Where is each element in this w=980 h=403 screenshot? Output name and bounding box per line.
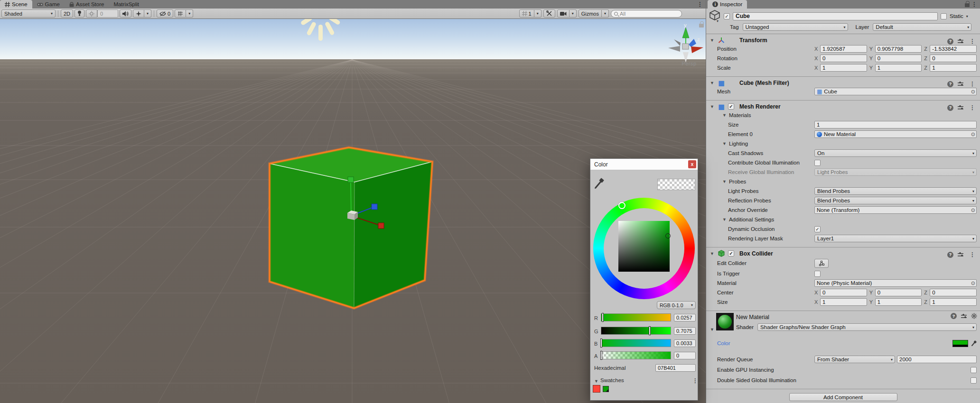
tab-matrixsplit[interactable]: MatrixSplit bbox=[109, 0, 144, 9]
cast-shadows-dropdown[interactable]: On▾ bbox=[814, 149, 977, 157]
center-z-field[interactable]: 0 bbox=[930, 289, 977, 296]
preset-icon[interactable] bbox=[961, 314, 967, 319]
camera-dropdown[interactable]: ▾ bbox=[569, 9, 577, 18]
gizmos-button[interactable]: Gizmos bbox=[579, 9, 602, 18]
render-queue-dropdown[interactable]: From Shader ▾ bbox=[814, 356, 895, 363]
grid-visibility-button[interactable] bbox=[175, 9, 186, 18]
rotation-y-field[interactable]: 0 bbox=[875, 55, 922, 62]
kebab-menu-icon[interactable]: ⋮ bbox=[968, 37, 977, 46]
2d-toggle-button[interactable]: 2D bbox=[61, 9, 73, 18]
mesh-renderer-enabled-checkbox[interactable]: ✓ bbox=[728, 103, 734, 110]
help-icon[interactable]: ? bbox=[947, 105, 953, 111]
saturation-value-marker[interactable] bbox=[665, 233, 671, 238]
mesh-object-field[interactable]: ▦ Cube ⊙ bbox=[814, 88, 977, 95]
object-picker-icon[interactable]: ⊙ bbox=[971, 280, 975, 286]
color-mode-dropdown[interactable]: RGB 0-1.0 ▾ bbox=[657, 301, 696, 309]
scene-search-input[interactable]: All bbox=[611, 10, 682, 18]
preset-icon[interactable] bbox=[958, 39, 963, 44]
inspector-lock-icon[interactable] bbox=[965, 1, 970, 7]
box-collider-header[interactable]: ▼ ✓ Box Collider ?⋮ bbox=[706, 248, 980, 258]
collider-size-x-field[interactable]: 1 bbox=[820, 298, 867, 306]
render-queue-field[interactable]: 2000 bbox=[897, 356, 977, 363]
swatches-menu-icon[interactable]: ⋮ bbox=[691, 376, 700, 385]
dynamic-occlusion-checkbox[interactable]: ✓ bbox=[814, 226, 821, 232]
b-slider[interactable] bbox=[601, 339, 671, 347]
mesh-renderer-header[interactable]: ▼ ▦ ✓ Mesh Renderer ?⋮ bbox=[706, 101, 980, 111]
dialog-titlebar[interactable]: Color x bbox=[590, 159, 698, 170]
tag-dropdown[interactable]: Untagged ▾ bbox=[743, 23, 848, 31]
probes-foldout[interactable]: ▼ Probes bbox=[706, 178, 980, 185]
edit-collider-button[interactable] bbox=[814, 259, 829, 268]
grid-dropdown-button[interactable]: ▾ bbox=[186, 9, 193, 18]
physic-material-field[interactable]: None (Physic Material)⊙ bbox=[814, 279, 977, 287]
mesh-filter-header[interactable]: ▼ ▦ Cube (Mesh Filter) ?⋮ bbox=[706, 78, 980, 88]
box-collider-enabled-checkbox[interactable]: ✓ bbox=[728, 250, 734, 256]
g-value-field[interactable]: 0.7075 bbox=[674, 327, 696, 335]
collider-size-y-field[interactable]: 1 bbox=[875, 298, 922, 306]
object-picker-icon[interactable]: ⊙ bbox=[971, 89, 975, 95]
active-checkbox[interactable]: ✓ bbox=[724, 13, 730, 19]
position-y-field[interactable]: 0.9057798 bbox=[875, 45, 922, 53]
saturation-value-box[interactable] bbox=[618, 221, 670, 272]
help-icon[interactable]: ? bbox=[947, 81, 953, 87]
kebab-menu-icon[interactable]: ⋮ bbox=[968, 250, 977, 259]
hex-input[interactable]: 07B401 bbox=[655, 364, 696, 372]
center-y-field[interactable]: 0 bbox=[875, 289, 922, 296]
center-x-field[interactable]: 0 bbox=[820, 289, 867, 296]
kebab-menu-icon[interactable]: ⋮ bbox=[968, 103, 977, 112]
tab-asset-store[interactable]: Asset Store bbox=[65, 0, 109, 9]
transform-header[interactable]: ▼ Transform ? ⋮ bbox=[706, 35, 980, 45]
foldout-icon[interactable]: ▼ bbox=[710, 38, 714, 43]
hue-marker[interactable] bbox=[618, 202, 625, 209]
a-slider-handle[interactable] bbox=[600, 351, 602, 360]
rotation-x-field[interactable]: 0 bbox=[820, 55, 867, 62]
tab-game[interactable]: Game bbox=[32, 0, 65, 9]
scene-panel-menu-icon[interactable]: ⋮ bbox=[695, 0, 705, 9]
rotation-z-field[interactable]: 0 bbox=[930, 55, 977, 62]
scale-z-field[interactable]: 1 bbox=[930, 64, 977, 72]
help-icon[interactable]: ? bbox=[947, 252, 953, 258]
foldout-icon[interactable]: ▼ bbox=[710, 251, 714, 256]
help-icon[interactable]: ? bbox=[947, 38, 953, 45]
is-trigger-checkbox[interactable] bbox=[814, 271, 821, 277]
help-icon[interactable]: ? bbox=[951, 313, 957, 319]
anchor-override-field[interactable]: None (Transform)⊙ bbox=[814, 206, 977, 214]
static-checkbox[interactable] bbox=[941, 13, 947, 19]
foldout-icon[interactable]: ▼ bbox=[710, 81, 714, 85]
tab-scene[interactable]: Scene bbox=[0, 0, 32, 9]
selected-cube[interactable] bbox=[270, 147, 432, 308]
material-preview[interactable] bbox=[716, 313, 734, 330]
perspective-label[interactable]: Persp bbox=[670, 61, 706, 66]
lighting-foldout[interactable]: ▼ Lighting bbox=[706, 140, 980, 147]
position-z-field[interactable]: -1.533842 bbox=[930, 45, 977, 53]
preset-icon[interactable] bbox=[958, 252, 963, 257]
preset-icon[interactable] bbox=[958, 105, 963, 110]
scale-y-field[interactable]: 1 bbox=[875, 64, 922, 72]
materials-foldout[interactable]: ▼ Materials bbox=[706, 111, 980, 119]
layer-dropdown[interactable]: Default ▾ bbox=[873, 23, 971, 31]
shader-dropdown[interactable]: Shader Graphs/New Shader Graph ▾ bbox=[757, 323, 977, 331]
swatch-red[interactable] bbox=[593, 385, 600, 393]
rendering-layer-mask-dropdown[interactable]: Layer1▾ bbox=[814, 235, 977, 242]
tab-inspector[interactable]: i Inspector bbox=[708, 0, 747, 9]
hidden-objects-button[interactable]: 0 bbox=[157, 9, 173, 18]
light-probes-dropdown[interactable]: Blend Probes▾ bbox=[814, 187, 977, 195]
swatches-foldout-icon[interactable]: ▼ bbox=[594, 379, 598, 384]
scene-camera-button[interactable] bbox=[557, 9, 569, 18]
flare-toggle-button[interactable] bbox=[86, 9, 97, 18]
additional-settings-foldout[interactable]: ▼ Additional Settings bbox=[706, 216, 980, 223]
element0-object-field[interactable]: New Material ⊙ bbox=[814, 130, 977, 138]
object-picker-icon[interactable]: ⊙ bbox=[971, 207, 975, 213]
g-slider[interactable] bbox=[601, 327, 671, 335]
grid-snap-button[interactable]: 1 bbox=[519, 9, 534, 18]
gear-icon[interactable] bbox=[971, 313, 977, 319]
eyedropper-small-icon[interactable] bbox=[971, 340, 977, 347]
foldout-icon[interactable]: ▼ bbox=[710, 104, 714, 109]
close-button[interactable]: x bbox=[688, 160, 696, 168]
grid-snap-dropdown[interactable]: ▾ bbox=[534, 9, 541, 18]
exposure-value-field[interactable]: 0 bbox=[97, 9, 118, 18]
swatch-green[interactable] bbox=[603, 386, 609, 392]
scene-lighting-button[interactable] bbox=[75, 9, 84, 18]
audio-toggle-button[interactable] bbox=[120, 9, 131, 18]
r-slider[interactable] bbox=[601, 313, 671, 321]
